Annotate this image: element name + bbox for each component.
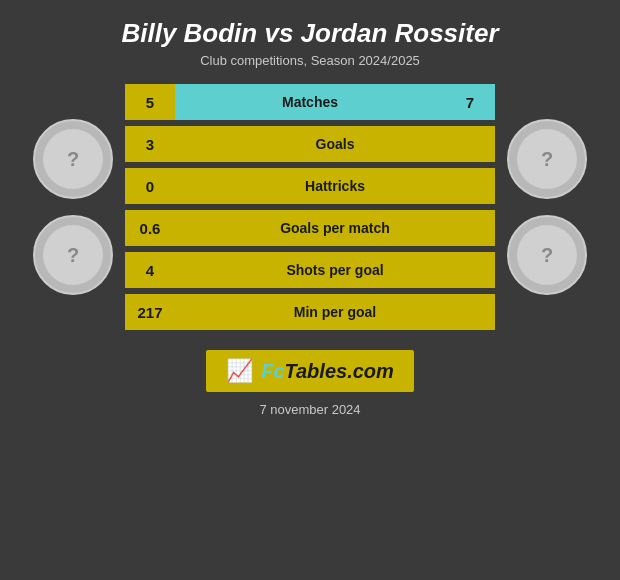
stat-bar-0: 5 Matches 7 [125, 84, 495, 120]
stat-bar-3: 0.6 Goals per match [125, 210, 495, 246]
stat-bar-4: 4 Shots per goal [125, 252, 495, 288]
stats-column: 5 Matches 7 3 Goals 0 Hattricks 0.6 Goal… [125, 84, 495, 330]
title-section: Billy Bodin vs Jordan Rossiter Club comp… [101, 0, 518, 74]
player2-avatar-icon: ? [517, 129, 577, 189]
date-text: 7 november 2024 [259, 402, 360, 417]
stat-label-1: Goals [175, 126, 495, 162]
stat-row-4: 4 Shots per goal [125, 252, 495, 288]
stat-bar-5: 217 Min per goal [125, 294, 495, 330]
logo-section: 📈 FcTables.com 7 november 2024 [206, 350, 414, 417]
comparison-area: ? ? 5 Matches 7 3 Goals 0 Hattricks [0, 74, 620, 340]
logo-box: 📈 FcTables.com [206, 350, 414, 392]
player1-avatar-top: ? [33, 119, 113, 199]
fc-text: Fc [261, 360, 284, 382]
player2-avatar-icon2: ? [517, 225, 577, 285]
subtitle: Club competitions, Season 2024/2025 [121, 53, 498, 68]
player1-avatar-icon: ? [43, 129, 103, 189]
stat-left-value-0: 5 [125, 84, 175, 120]
logo-text: FcTables.com [261, 360, 394, 383]
player2-avatar-top: ? [507, 119, 587, 199]
player1-avatar-icon2: ? [43, 225, 103, 285]
stat-left-value-5: 217 [125, 294, 175, 330]
stat-left-value-2: 0 [125, 168, 175, 204]
stat-label-3: Goals per match [175, 210, 495, 246]
player-avatars-right: ? ? [507, 119, 587, 295]
stat-label-0: Matches [175, 84, 445, 120]
stat-left-value-4: 4 [125, 252, 175, 288]
player1-avatar-bottom: ? [33, 215, 113, 295]
stat-label-5: Min per goal [175, 294, 495, 330]
stat-left-value-1: 3 [125, 126, 175, 162]
stat-row-1: 3 Goals [125, 126, 495, 162]
stat-left-value-3: 0.6 [125, 210, 175, 246]
stat-row-5: 217 Min per goal [125, 294, 495, 330]
stat-bar-2: 0 Hattricks [125, 168, 495, 204]
stat-row-2: 0 Hattricks [125, 168, 495, 204]
stat-row-0: 5 Matches 7 [125, 84, 495, 120]
main-title: Billy Bodin vs Jordan Rossiter [121, 18, 498, 49]
stat-right-value-0: 7 [445, 84, 495, 120]
stat-label-2: Hattricks [175, 168, 495, 204]
player-avatars-left: ? ? [33, 119, 113, 295]
logo-icon: 📈 [226, 358, 253, 384]
stat-bar-1: 3 Goals [125, 126, 495, 162]
stat-row-3: 0.6 Goals per match [125, 210, 495, 246]
player2-avatar-bottom: ? [507, 215, 587, 295]
stat-label-4: Shots per goal [175, 252, 495, 288]
